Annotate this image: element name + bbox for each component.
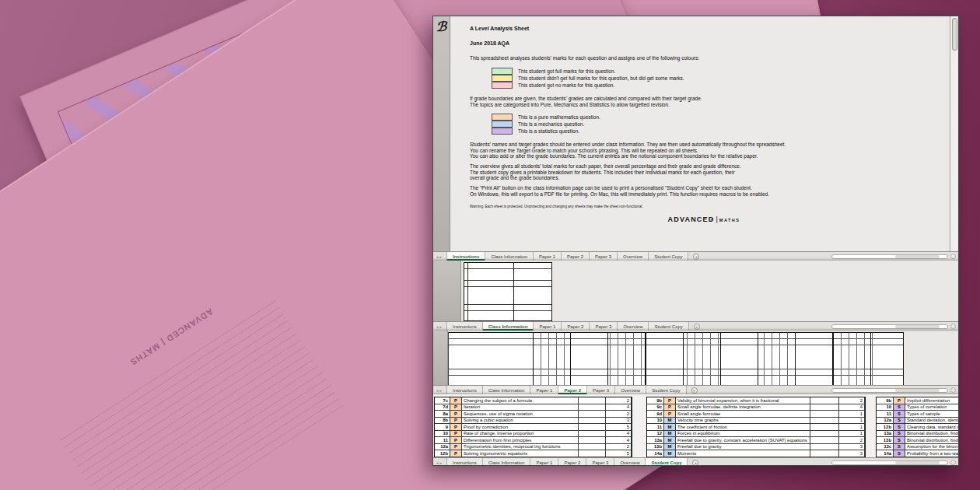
paper-series-subtitle: June 2018 AQA (470, 40, 938, 46)
tab-class-information[interactable]: Class Information (485, 252, 534, 261)
category-cell: M (664, 437, 676, 444)
plus-icon: + (694, 324, 700, 330)
add-sheet-button[interactable]: + (693, 252, 699, 261)
category-cell: P (450, 437, 462, 444)
add-sheet-button[interactable]: + (692, 458, 698, 466)
tab-paper-2[interactable]: Paper 2 (558, 458, 586, 466)
horizontal-scrollbar-thumb[interactable] (895, 255, 939, 258)
tab-student-copy[interactable]: Student Copy (646, 386, 686, 394)
horizontal-scrollbar-thumb[interactable] (895, 389, 939, 392)
vertical-scrollbar[interactable] (950, 16, 958, 251)
tab-class-information[interactable]: Class Information (483, 322, 534, 331)
question-number-cell: 7c (435, 397, 450, 404)
question-number-cell: 11 (647, 424, 664, 431)
marks-cell: 2 (839, 397, 865, 404)
add-sheet-button[interactable]: + (691, 386, 698, 394)
tab-paper-2[interactable]: Paper 2 (562, 252, 590, 261)
horizontal-scrollbar-thumb[interactable] (895, 461, 939, 464)
vertical-scrollbar-thumb[interactable] (952, 18, 957, 51)
colour-swatch (492, 82, 513, 89)
tab-overview[interactable]: Overview (614, 458, 646, 466)
tab-overview[interactable]: Overview (618, 252, 649, 261)
add-sheet-button[interactable]: + (694, 322, 700, 331)
tab-paper-3[interactable]: Paper 3 (590, 322, 618, 331)
tab-student-copy[interactable]: Student Copy (646, 458, 688, 466)
tab-paper-3[interactable]: Paper 3 (586, 458, 614, 466)
tab-instructions[interactable]: Instructions (446, 252, 485, 261)
class-information-table[interactable] (464, 262, 552, 321)
horizontal-scrollbar-thumb[interactable] (895, 325, 939, 328)
marks-cell: 4 (606, 437, 632, 444)
topic-cell: Moments (676, 450, 810, 457)
tab-instructions[interactable]: Instructions (446, 386, 483, 394)
category-cell: M (664, 431, 676, 438)
tab-student-copy[interactable]: Student Copy (649, 252, 688, 261)
tab-nav-arrows-icon[interactable]: ◂▸ (433, 252, 446, 261)
topic-cell: Changing the subject of a formula (462, 397, 579, 404)
tab-nav-arrows-icon[interactable]: ◂▸ (433, 322, 446, 331)
tab-instructions[interactable]: Instructions (446, 322, 483, 331)
scrollbar-end-button[interactable] (950, 460, 956, 465)
tab-paper-1[interactable]: Paper 1 (534, 322, 562, 331)
tab-paper-1[interactable]: Paper 1 (530, 458, 558, 466)
tab-paper-2[interactable]: Paper 2 (558, 386, 587, 394)
category-cell: S (894, 444, 905, 451)
scrollbar-end-button[interactable] (950, 387, 956, 393)
sheet-tab-bar-2: ◂▸ InstructionsClass InformationPaper 1P… (433, 321, 958, 331)
beyond-logo-icon: ℬ (433, 19, 450, 34)
tab-paper-1[interactable]: Paper 1 (530, 386, 558, 394)
tab-paper-2[interactable]: Paper 2 (562, 322, 590, 331)
horizontal-scrollbar[interactable] (831, 388, 948, 393)
question-number-cell: 11 (877, 411, 894, 418)
student-names-column[interactable] (448, 332, 534, 385)
tabbar-spacer (700, 322, 831, 331)
topic-cell: Freefall due to gravity, constant accele… (676, 437, 810, 444)
brand-divider: | (716, 215, 717, 223)
tab-paper-3[interactable]: Paper 3 (587, 386, 615, 394)
blank-cell (579, 424, 606, 431)
horizontal-scrollbar[interactable] (831, 460, 948, 465)
category-cell: M (664, 424, 676, 431)
paper-2-sheet: ◂▸ InstructionsClass InformationPaper 1P… (433, 331, 958, 394)
tab-class-information[interactable]: Class Information (483, 458, 531, 466)
paragraph: On Windows, this will export to a PDF fi… (470, 191, 938, 197)
horizontal-scrollbar[interactable] (831, 324, 948, 329)
topic-cell: Types of correlation (905, 404, 958, 411)
question-number-cell: 9d (647, 411, 664, 418)
marks-cell: 4 (839, 404, 865, 411)
plus-icon: + (693, 254, 699, 260)
category-cell: S (894, 424, 905, 431)
paragraph: overall grade and the grade boundaries. (470, 175, 938, 180)
category-cell: M (664, 450, 676, 457)
tab-student-copy[interactable]: Student Copy (649, 322, 688, 331)
legend-label: This student didn't get full marks for t… (518, 75, 684, 82)
tab-overview[interactable]: Overview (615, 386, 646, 394)
tab-nav-arrows-icon[interactable]: ◂▸ (433, 386, 446, 394)
paragraph: You can rename the Target Grade to match… (470, 148, 938, 153)
blank-cell (810, 431, 839, 438)
tab-nav-arrows-icon[interactable]: ◂▸ (433, 458, 446, 466)
tab-paper-1[interactable]: Paper 1 (534, 252, 562, 261)
topic-cell: Types of sample (905, 411, 958, 418)
marks-cell: 3 (606, 418, 632, 425)
category-cell: P (664, 404, 676, 411)
scrollbar-end-button[interactable] (950, 324, 956, 329)
question-number-cell: 14a (877, 450, 894, 457)
marks-cell: 1 (839, 411, 865, 418)
tab-class-information[interactable]: Class Information (483, 386, 531, 394)
question-number-cell: 9 (435, 424, 450, 431)
question-marks-grid[interactable] (534, 332, 904, 385)
tab-paper-3[interactable]: Paper 3 (590, 252, 618, 261)
legend-label: This is a pure mathematics question. (518, 114, 600, 121)
horizontal-scrollbar[interactable] (831, 254, 948, 259)
marks-cell: 3 (839, 444, 865, 451)
topic-cell: Validity of binomial expansion, when it … (676, 397, 810, 404)
tab-instructions[interactable]: Instructions (446, 458, 483, 466)
question-number-cell: 10 (435, 431, 450, 438)
legend-item: This is a pure mathematics question. (492, 114, 938, 121)
tab-overview[interactable]: Overview (618, 322, 649, 331)
scrollbar-end-button[interactable] (950, 254, 956, 259)
table-column-divider (513, 263, 514, 320)
category-cell: S (894, 437, 905, 444)
topic-cell: Assumption for the binomial distribution (905, 444, 958, 451)
